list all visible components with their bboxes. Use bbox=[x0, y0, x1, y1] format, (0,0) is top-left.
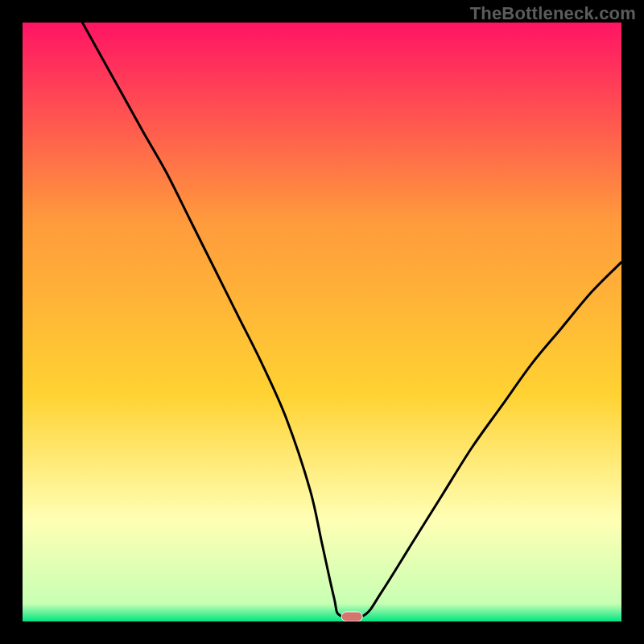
optimal-marker bbox=[341, 612, 362, 621]
plot-area bbox=[23, 23, 621, 621]
gradient-background bbox=[23, 23, 621, 621]
chart-frame: TheBottleneck.com bbox=[0, 0, 644, 644]
watermark-text: TheBottleneck.com bbox=[470, 3, 636, 24]
plot-svg bbox=[23, 23, 621, 621]
